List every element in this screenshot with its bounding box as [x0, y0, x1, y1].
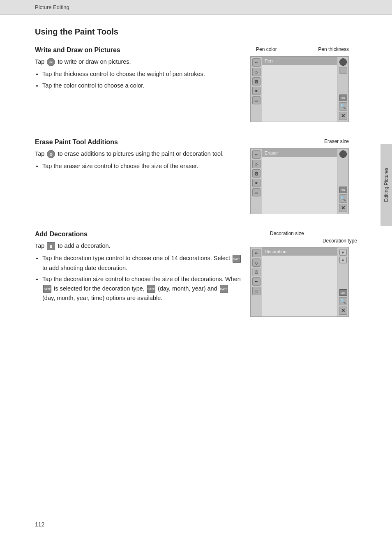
intro-erase: Tap ⊗ to erase additions to pictures usi… [35, 149, 242, 158]
pen-zoom-btn[interactable]: 🔍 [339, 102, 347, 111]
side-tab-label: Editing Pictures [383, 168, 389, 202]
decoration-canvas [262, 256, 348, 316]
diagram-decoration: Decoration size Decoration type ✏ ◇ 🖼 ✒ … [250, 231, 357, 317]
eraser-pen-btn[interactable]: ✏ [252, 150, 261, 159]
decoration-cam-center: Decoration [262, 247, 348, 316]
section-text-erase: Erase Paint Tool Additions Tap ⊗ to eras… [35, 138, 242, 173]
decoration-toolbar-left: ✏ ◇ 🖼 ✒ ▭ [251, 247, 262, 316]
heading-write-draw: Write and Draw on Pictures [35, 46, 242, 54]
bullets-decoration: Tap the decoration type control to choos… [42, 254, 242, 303]
decoration-toolbar-right: ♥ ♥ OK 🔍 ✕ [337, 247, 348, 316]
date-icon-2: DATE [43, 285, 51, 293]
dec-heart1-btn[interactable]: ♥ [339, 249, 347, 256]
main-content: Using the Paint Tools Write and Draw on … [0, 15, 392, 350]
pen-toolbar-right: OK 🔍 ✕ [337, 57, 348, 122]
eraser-close-btn[interactable]: ✕ [339, 204, 347, 212]
eraser-toolbar-right: OK 🔍 ✕ [337, 149, 348, 214]
dec-pen-btn[interactable]: ✏ [252, 249, 261, 257]
frame-tool-btn[interactable]: ▭ [252, 96, 261, 104]
label-dec-size: Decoration size [270, 231, 304, 236]
eraser-toolbar-left: ✏ ◇ 🖼 ✒ ▭ [251, 149, 262, 214]
pen-thickness-btn[interactable] [339, 58, 347, 66]
decoration-cam-ui: ✏ ◇ 🖼 ✒ ▭ Decoration ♥ ♥ [250, 247, 349, 317]
color-tool-btn[interactable]: ✒ [252, 87, 261, 95]
header-title: Picture Editing [35, 4, 69, 10]
decoration-top-bar: Decoration [262, 247, 348, 256]
dec-close-btn[interactable]: ✕ [339, 307, 347, 315]
section-text-decoration: Add Decorations Tap 📋 to add a decoratio… [35, 231, 242, 305]
decoration-icon: 📋 [47, 242, 55, 250]
pen-cam-center: Pen [262, 57, 348, 122]
section-decoration: Add Decorations Tap 📋 to add a decoratio… [35, 231, 357, 317]
dec-diamond-btn[interactable]: ◇ [252, 258, 261, 267]
pen-cam-ui: ✏ ◇ 🖼 ✒ ▭ Pen OK [250, 56, 349, 122]
heading-erase: Erase Paint Tool Additions [35, 138, 242, 146]
pen-tool-btn[interactable]: ✏ [252, 58, 261, 67]
eraser-canvas [262, 157, 348, 214]
section-title: Using the Paint Tools [35, 27, 357, 37]
dec-heart2-btn[interactable]: ♥ [339, 257, 347, 263]
date-time-icon: DATE★ [220, 285, 228, 293]
intro-decoration: Tap 📋 to add a decoration. [35, 241, 242, 250]
eraser-cam-center: Eraser [262, 149, 348, 214]
bullet-erase-1: Tap the eraser size control to choose th… [42, 162, 242, 171]
label-eraser-size: Eraser size [324, 138, 349, 144]
bullets-erase: Tap the eraser size control to choose th… [42, 162, 242, 171]
section-write-draw: Write and Draw on Pictures Tap ✏ to writ… [35, 46, 357, 122]
pen-close-btn[interactable]: ✕ [339, 112, 347, 120]
eraser-ok-btn[interactable]: OK [339, 187, 347, 193]
bullet-write-draw-1: Tap the thickness control to choose the … [42, 69, 242, 79]
dec-zoom-btn[interactable]: 🔍 [339, 297, 347, 305]
pen-ok-btn[interactable]: OK [339, 95, 347, 101]
pen-top-bar: Pen [262, 57, 348, 65]
section-erase: Erase Paint Tool Additions Tap ⊗ to eras… [35, 138, 357, 214]
stamp-tool-btn[interactable]: 🖼 [252, 77, 261, 85]
diagram-eraser: Eraser size ✏ ◇ 🖼 ✒ ▭ Eraser [250, 138, 357, 214]
bullet-decoration-1: Tap the decoration type control to choos… [42, 254, 242, 272]
eraser-stamp-btn[interactable]: 🖼 [252, 169, 261, 178]
heading-decoration: Add Decorations [35, 231, 242, 238]
pen-canvas [262, 65, 348, 122]
eraser-top-bar: Eraser [262, 149, 348, 157]
side-tab: Editing Pictures [380, 144, 392, 226]
label-pen-color: Pen color [256, 46, 277, 52]
section-text-write-draw: Write and Draw on Pictures Tap ✏ to writ… [35, 46, 242, 92]
eraser-color-btn[interactable]: ✒ [252, 179, 261, 187]
dec-frame-btn[interactable]: ▭ [252, 287, 261, 295]
bullets-write-draw: Tap the thickness control to choose the … [42, 69, 242, 90]
dec-ok-btn[interactable]: OK [339, 289, 347, 296]
eraser-cam-ui: ✏ ◇ 🖼 ✒ ▭ Eraser OK 🔍 ✕ [250, 148, 349, 214]
pen-toolbar-left: ✏ ◇ 🖼 ✒ ▭ [251, 57, 262, 122]
page-number: 112 [35, 521, 44, 528]
header-bar: Picture Editing [0, 0, 392, 15]
pen-icon: ✏ [47, 58, 55, 66]
eraser-size-btn[interactable] [339, 150, 347, 158]
eraser-diamond-btn[interactable]: ◇ [252, 160, 261, 168]
bullet-write-draw-2: Tap the color control to choose a color. [42, 81, 242, 90]
date-icon-3: DATE [147, 285, 155, 293]
intro-write-draw: Tap ✏ to write or draw on pictures. [35, 57, 242, 66]
dec-color-btn[interactable]: ✒ [252, 277, 261, 286]
erase-icon: ⊗ [47, 150, 55, 158]
eraser-frame-btn[interactable]: ▭ [252, 188, 261, 196]
dec-stamp-btn[interactable]: 🖼 [252, 268, 261, 276]
diagram-pen: Pen color Pen thickness ✏ ◇ 🖼 ✒ ▭ Pen [250, 46, 357, 122]
bullet-decoration-2: Tap the decoration size control to choos… [42, 275, 242, 303]
pen-size1-btn[interactable] [339, 67, 347, 74]
eraser-tool-btn[interactable]: ◇ [252, 68, 261, 76]
label-dec-type: Decoration type [323, 238, 357, 244]
date-icon-1: DATE [233, 255, 241, 263]
eraser-zoom-btn[interactable]: 🔍 [339, 194, 347, 203]
label-pen-thickness: Pen thickness [318, 46, 349, 52]
